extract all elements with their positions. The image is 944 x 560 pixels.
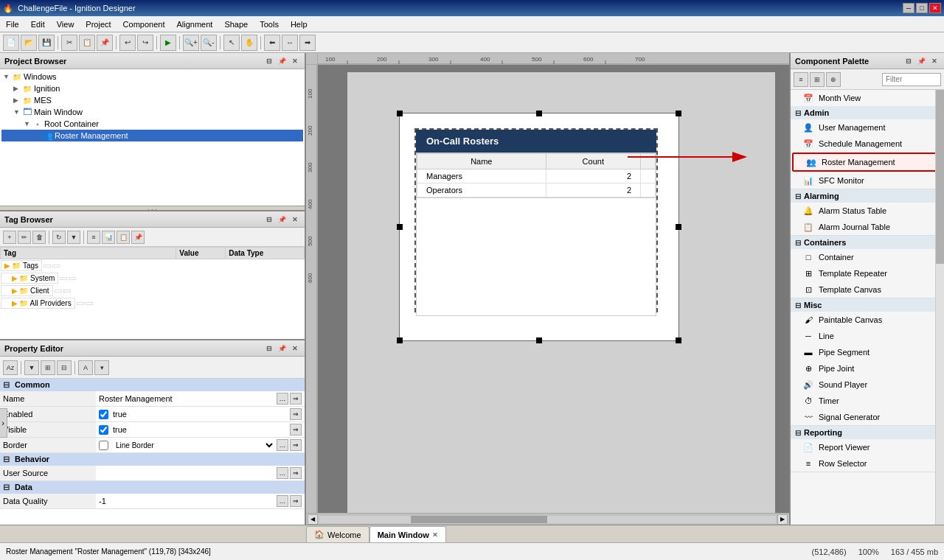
prop-expand-arrow[interactable]: › [0,408,7,438]
prop-section-data[interactable]: ⊟ Data [0,481,305,494]
tab-welcome[interactable]: 🏠 Welcome [306,526,369,542]
border-edit-btn[interactable]: … [277,439,288,451]
handle-tr[interactable] [676,111,681,116]
prop-section-common[interactable]: ⊟ Common [0,379,305,391]
hscroll-thumb[interactable] [411,516,548,523]
tb-zoom-in[interactable]: 🔍+ [183,35,199,51]
visible-checkbox[interactable] [99,425,108,435]
tb-save[interactable]: 💾 [38,35,55,51]
palette-grid-view[interactable]: ⊞ [810,72,825,87]
tb-zoom-out[interactable]: 🔍- [201,35,217,51]
palette-item-templaterepeater[interactable]: ⊞ Template Repeater [791,265,944,281]
menu-tools[interactable]: Tools [254,16,285,32]
tb-new[interactable]: 📄 [3,35,19,51]
canvas-hscrollbar[interactable]: ◀ ▶ [306,513,789,525]
handle-bc[interactable] [536,337,542,343]
palette-detach[interactable]: ⊟ [903,57,914,66]
palette-section-reporting-header[interactable]: ⊟ Reporting [791,426,944,439]
palette-item-rowselector[interactable]: ≡ Row Selector [791,455,944,472]
tag-browser-close[interactable]: ✕ [290,215,300,224]
palette-expand-all[interactable]: ⊕ [826,72,841,87]
tag-tb-view[interactable]: ≡ [87,231,100,244]
handle-ml[interactable] [397,224,403,230]
menu-file[interactable]: File [0,16,25,32]
project-browser-resize[interactable]: • • • [0,206,305,210]
mainwindow-tab-close[interactable]: ✕ [432,531,438,539]
tb-select[interactable]: ↖ [223,35,240,51]
palette-list-view[interactable]: ≡ [794,72,808,87]
tb-hand[interactable]: ✋ [241,35,257,51]
palette-vscroll[interactable] [935,90,944,525]
palette-item-container[interactable]: □ Container [791,249,944,265]
menu-shape[interactable]: Shape [218,16,254,32]
design-window[interactable]: On-Call Rosters Name Count [399,113,679,341]
palette-item-templatecanvas[interactable]: ⊡ Template Canvas [791,281,944,298]
handle-mr[interactable] [676,224,681,230]
visible-binding-btn[interactable]: ⇒ [290,424,302,435]
tb-align-center[interactable]: ↔ [282,35,298,51]
handle-bl[interactable] [397,337,403,343]
roster-component[interactable]: On-Call Rosters Name Count [414,128,658,312]
tb-paste[interactable]: 📌 [97,35,113,51]
palette-item-soundplayer[interactable]: 🔊 Sound Player [791,377,944,393]
prop-section-behavior[interactable]: ⊟ Behavior [0,453,305,466]
border-binding-btn[interactable]: ⇒ [290,439,302,451]
tb-redo[interactable]: ↪ [137,35,153,51]
palette-item-signalgenerator[interactable]: 〰 Signal Generator [791,409,944,425]
tag-tb-filter[interactable]: ▼ [67,231,80,244]
handle-br[interactable] [676,337,681,343]
menu-help[interactable]: Help [285,16,313,32]
palette-item-pipejoint[interactable]: ⊕ Pipe Joint [791,360,944,377]
tb-undo[interactable]: ↩ [119,35,136,51]
property-editor-pin[interactable]: 📌 [276,344,288,353]
enabled-binding-btn[interactable]: ⇒ [290,408,302,420]
prop-tb-sort[interactable]: Az [3,360,18,375]
tree-item-rostermgmt[interactable]: 👥 Roster Management [1,130,303,141]
tag-tb-edit[interactable]: ✏ [18,231,31,244]
palette-item-line[interactable]: ─ Line [791,328,944,344]
tag-tb-copy2[interactable]: 📋 [117,231,130,244]
prop-dataquality-value[interactable]: -1 … ⇒ [96,494,305,509]
palette-section-containers-header[interactable]: ⊟ Containers [791,236,944,249]
hscroll-track[interactable] [319,516,776,523]
prop-tb-collapse[interactable]: ⊟ [57,360,72,375]
tree-item-mainwindow[interactable]: ▼ 🗔 Main Window [1,106,303,118]
tag-tb-add[interactable]: + [3,231,16,244]
project-browser-detach[interactable]: ⊟ [264,57,274,66]
tag-row-client[interactable]: ▶ 📁 Client [1,284,176,297]
minimize-button[interactable]: ─ [903,3,914,13]
palette-close[interactable]: ✕ [929,57,940,66]
palette-item-timer[interactable]: ⏱ Timer [791,393,944,409]
prop-enabled-value[interactable]: true ⇒ [96,407,305,422]
palette-filter-input[interactable] [882,73,941,86]
prop-border-value[interactable]: Line Border … ⇒ [96,438,305,453]
enabled-checkbox[interactable] [99,410,108,419]
menu-view[interactable]: View [51,16,80,32]
menu-project[interactable]: Project [80,16,117,32]
tb-copy[interactable]: 📋 [79,35,95,51]
tab-mainwindow[interactable]: Main Window ✕ [369,526,446,542]
canvas-scroll-area[interactable]: On-Call Rosters Name Count [318,65,789,513]
border-select[interactable]: Line Border [113,441,275,450]
property-editor-close[interactable]: ✕ [290,344,300,353]
palette-section-admin-header[interactable]: ⊟ Admin [791,106,944,119]
tree-item-ignition[interactable]: ▶ 📁 Ignition [1,83,303,94]
prop-tb-more[interactable]: ▾ [94,360,109,375]
tb-align-left[interactable]: ⬅ [264,35,280,51]
palette-item-monthview[interactable]: 📅 Month View [791,90,944,106]
project-browser-pin[interactable]: 📌 [276,57,288,66]
palette-item-alarmstatus[interactable]: 🔔 Alarm Status Table [791,203,944,219]
prop-tb-expand[interactable]: ⊞ [41,360,55,375]
border-checkbox[interactable] [99,441,108,450]
tb-align-right[interactable]: ➡ [299,35,316,51]
usersource-edit-btn[interactable]: … [277,467,288,479]
tree-item-mes[interactable]: ▶ 📁 MES [1,94,303,106]
maximize-button[interactable]: □ [916,3,928,13]
tag-browser-detach[interactable]: ⊟ [264,215,274,224]
close-button[interactable]: ✕ [929,3,941,13]
palette-item-schedulemgmt[interactable]: 📅 Schedule Management [791,136,944,152]
usersource-binding-btn[interactable]: ⇒ [290,467,302,479]
dataquality-edit-btn[interactable]: … [277,495,288,507]
prop-tb-filter[interactable]: ▼ [24,360,39,375]
palette-item-reportviewer[interactable]: 📄 Report Viewer [791,439,944,455]
